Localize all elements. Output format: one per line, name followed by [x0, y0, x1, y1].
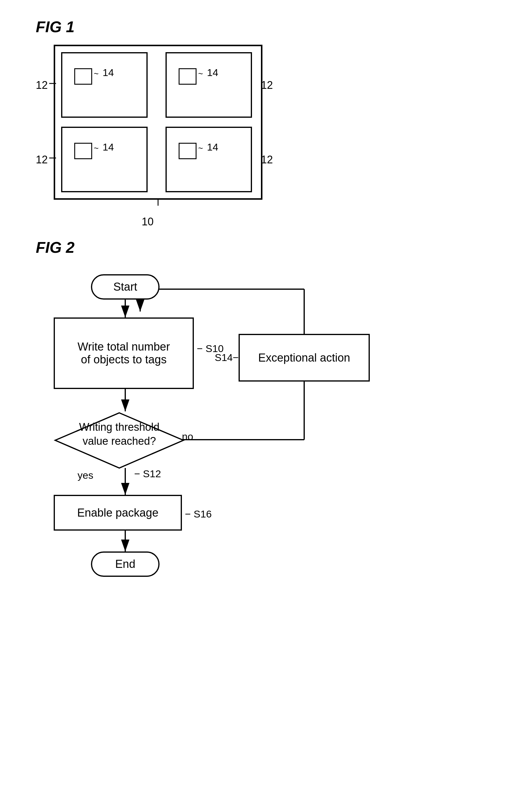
cell-bottom-right: ~ 14: [165, 127, 252, 192]
end-node: End: [91, 551, 160, 577]
tag-bl: [74, 143, 92, 159]
fig1-diagram: ~ 14 ~ 14 ~ 14 ~ 14 12: [36, 45, 274, 212]
step-s12-diamond: Writing thresholdvalue reached?: [54, 411, 185, 469]
flowchart: Start Write total numberof objects to ta…: [36, 265, 483, 802]
tag-br: [179, 143, 196, 159]
step-s10-text: Write total numberof objects to tags: [78, 341, 170, 366]
no-label: no: [182, 431, 193, 442]
label-12-rt: 12: [261, 79, 273, 91]
step-s12-label: − S12: [134, 468, 161, 480]
label-12-lb: 12: [36, 153, 48, 166]
fig2-section: FIG 2: [36, 238, 483, 802]
step-s12-text: Writing thresholdvalue reached?: [69, 420, 170, 448]
tag-tr: [179, 68, 196, 85]
step-s14-label: S14−: [215, 352, 239, 364]
step-s16-label: − S16: [185, 508, 212, 520]
cell-bottom-left: ~ 14: [61, 127, 147, 192]
label-12-rb: 12: [261, 153, 273, 166]
yes-label: yes: [78, 469, 93, 481]
label-10: 10: [142, 215, 154, 228]
fig1-section: FIG 1 ~ 14 ~ 14 ~ 14: [36, 18, 274, 212]
tag-label-tr: 14: [207, 67, 218, 78]
fig1-label: FIG 1: [36, 18, 274, 36]
step-s10-box: Write total numberof objects to tags: [54, 317, 194, 389]
tag-label-br: 14: [207, 141, 218, 153]
label-12-lt: 12: [36, 79, 48, 91]
tag-label-tl: 14: [103, 67, 114, 78]
cell-top-left: ~ 14: [61, 52, 147, 118]
step-s14-text: Exceptional action: [258, 351, 350, 364]
tag-label-bl: 14: [103, 141, 114, 153]
step-s14-box: Exceptional action: [239, 334, 370, 382]
start-node: Start: [91, 274, 160, 299]
fig2-label: FIG 2: [36, 238, 483, 256]
step-s16-box: Enable package: [54, 495, 182, 531]
tag-tl: [74, 68, 92, 85]
cell-top-right: ~ 14: [165, 52, 252, 118]
step-s16-text: Enable package: [77, 506, 159, 519]
outer-container-box: ~ 14 ~ 14 ~ 14 ~ 14: [54, 45, 263, 200]
